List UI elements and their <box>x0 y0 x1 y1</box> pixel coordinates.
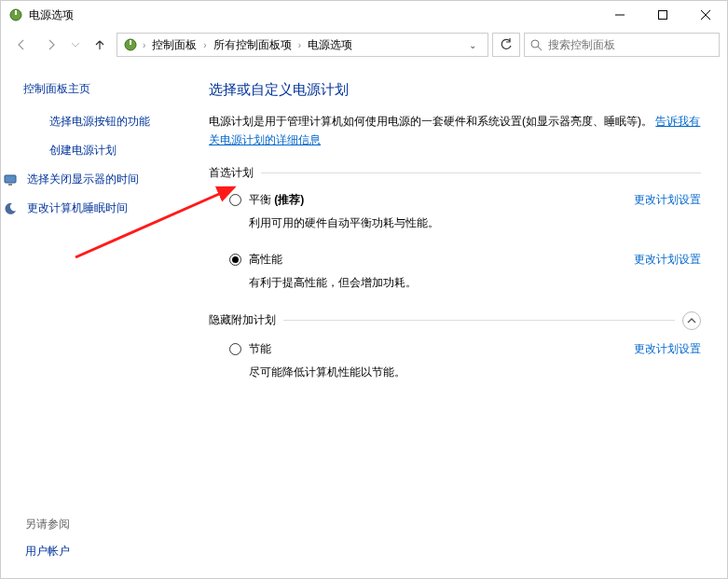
forward-button[interactable] <box>38 32 64 58</box>
see-also-link[interactable]: 用户帐户 <box>25 544 70 559</box>
chevron-up-icon <box>687 316 696 325</box>
svg-line-9 <box>538 47 542 50</box>
desc-text: 电源计划是用于管理计算机如何使用电源的一套硬件和系统设置(如显示器亮度、睡眠等)… <box>209 115 652 128</box>
svg-rect-3 <box>659 11 667 20</box>
sidebar-home-link[interactable]: 控制面板主页 <box>23 81 192 97</box>
minimize-button[interactable] <box>598 1 641 29</box>
window-buttons <box>598 1 727 29</box>
sidebar-link[interactable]: 创建电源计划 <box>23 143 192 159</box>
plan-name: 平衡 (推荐) <box>249 192 304 208</box>
see-also-label: 另请参阅 <box>25 517 70 532</box>
sidebar-link-label: 创建电源计划 <box>49 143 117 159</box>
change-plan-link[interactable]: 更改计划设置 <box>634 252 701 268</box>
moon-icon <box>3 201 18 216</box>
sidebar-link-label: 选择电源按钮的功能 <box>49 114 150 130</box>
app-icon <box>8 7 23 22</box>
breadcrumb-item[interactable]: 控制面板 <box>150 37 199 53</box>
radio-balanced[interactable] <box>229 194 241 206</box>
plan-desc: 有利于提高性能，但会增加功耗。 <box>229 275 701 291</box>
recent-dropdown[interactable] <box>68 32 83 58</box>
radio-high-performance[interactable] <box>229 254 241 266</box>
plan-desc: 利用可用的硬件自动平衡功耗与性能。 <box>229 215 701 231</box>
refresh-button[interactable] <box>492 33 520 57</box>
plan-name: 节能 <box>249 341 271 357</box>
sidebar-link-label: 更改计算机睡眠时间 <box>27 200 128 216</box>
plan-high-performance: 高性能 更改计划设置 有利于提高性能，但会增加功耗。 <box>209 252 701 291</box>
sidebar-link-label: 选择关闭显示器的时间 <box>27 172 139 187</box>
sidebar-link[interactable]: 更改计算机睡眠时间 <box>23 200 192 216</box>
chevron-right-icon[interactable]: › <box>201 40 208 50</box>
address-dropdown-icon[interactable]: ⌄ <box>463 40 482 50</box>
section-hidden: 隐藏附加计划 <box>209 311 701 330</box>
page-description: 电源计划是用于管理计算机如何使用电源的一套硬件和系统设置(如显示器亮度、睡眠等)… <box>209 112 701 150</box>
plan-name: 高性能 <box>249 252 282 268</box>
sidebar-see-also: 另请参阅 用户帐户 <box>25 517 70 559</box>
sidebar-link[interactable]: 选择电源按钮的功能 <box>23 114 192 130</box>
divider <box>283 320 675 321</box>
section-label-text: 隐藏附加计划 <box>209 312 276 328</box>
chevron-right-icon[interactable]: › <box>141 40 147 50</box>
divider <box>261 172 701 173</box>
search-input[interactable] <box>548 38 713 51</box>
page-title: 选择或自定义电源计划 <box>209 81 701 99</box>
address-bar[interactable]: › 控制面板 › 所有控制面板项 › 电源选项 ⌄ <box>117 33 488 57</box>
window-title: 电源选项 <box>29 7 598 23</box>
section-preferred: 首选计划 <box>209 165 701 181</box>
breadcrumb-item[interactable]: 电源选项 <box>306 37 354 53</box>
nav-row: › 控制面板 › 所有控制面板项 › 电源选项 ⌄ <box>1 29 727 61</box>
change-plan-link[interactable]: 更改计划设置 <box>634 192 701 208</box>
sidebar-link[interactable]: 选择关闭显示器的时间 <box>23 172 192 187</box>
svg-rect-10 <box>5 175 16 183</box>
main-panel: 选择或自定义电源计划 电源计划是用于管理计算机如何使用电源的一套硬件和系统设置(… <box>192 61 727 579</box>
address-icon <box>123 37 138 52</box>
maximize-button[interactable] <box>641 1 684 29</box>
content: 控制面板主页 选择电源按钮的功能 创建电源计划 选择关闭显示器的时间 更改计算机… <box>1 61 727 579</box>
plan-balanced: 平衡 (推荐) 更改计划设置 利用可用的硬件自动平衡功耗与性能。 <box>209 192 701 231</box>
change-plan-link[interactable]: 更改计划设置 <box>634 341 701 357</box>
plan-power-saver: 节能 更改计划设置 尽可能降低计算机性能以节能。 <box>209 341 701 380</box>
up-button[interactable] <box>87 32 113 58</box>
close-button[interactable] <box>684 1 727 29</box>
back-button[interactable] <box>8 32 34 58</box>
sidebar: 控制面板主页 选择电源按钮的功能 创建电源计划 选择关闭显示器的时间 更改计算机… <box>1 61 192 579</box>
plan-desc: 尽可能降低计算机性能以节能。 <box>229 365 701 380</box>
section-label-text: 首选计划 <box>209 165 254 181</box>
svg-rect-11 <box>8 184 12 186</box>
svg-point-8 <box>531 40 539 48</box>
collapse-button[interactable] <box>682 311 701 330</box>
search-icon <box>530 39 543 51</box>
search-box[interactable] <box>524 33 720 57</box>
titlebar: 电源选项 <box>1 1 727 29</box>
breadcrumb-item[interactable]: 所有控制面板项 <box>212 37 294 53</box>
chevron-right-icon[interactable]: › <box>296 40 303 50</box>
monitor-icon <box>3 172 18 187</box>
svg-rect-1 <box>15 10 17 15</box>
radio-power-saver[interactable] <box>229 343 241 355</box>
svg-rect-7 <box>130 40 131 45</box>
